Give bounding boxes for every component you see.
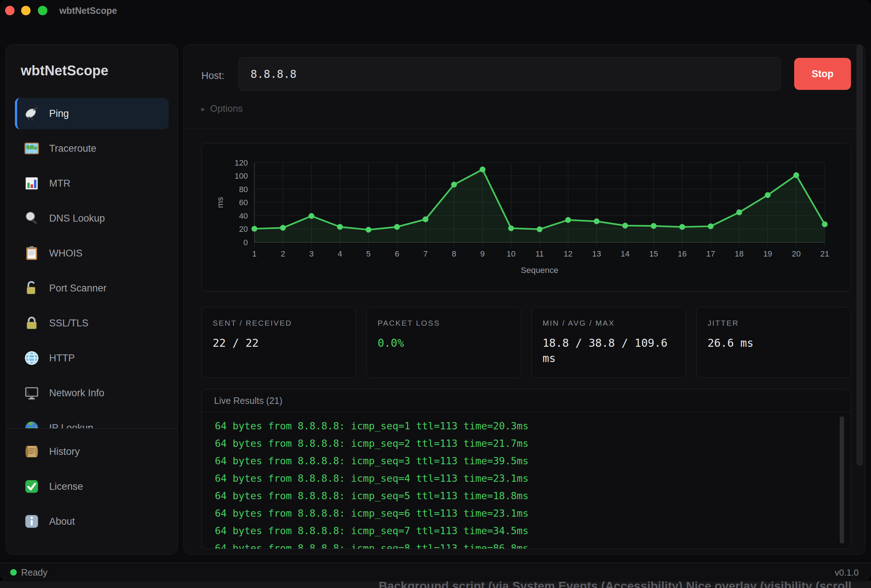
check-mark-icon — [24, 479, 40, 494]
info-icon — [24, 513, 40, 530]
svg-text:20: 20 — [239, 224, 248, 234]
status-dot-icon — [10, 569, 17, 576]
screen: Background script (via System Events (Ac… — [0, 0, 871, 588]
sidebar-item-port-scanner[interactable]: Port Scanner — [15, 273, 169, 304]
sidebar-item-label: History — [49, 446, 80, 457]
magnifier-icon — [24, 210, 40, 226]
svg-text:15: 15 — [649, 249, 658, 258]
svg-text:21: 21 — [820, 249, 829, 258]
svg-text:100: 100 — [235, 172, 248, 181]
lock-icon — [24, 315, 40, 331]
sidebar-item-label: IP Lookup — [49, 422, 93, 428]
live-results-title: Live Results (21) — [214, 395, 283, 406]
sidebar-bottom-nav: HistoryLicenseAbout — [6, 428, 177, 554]
sidebar-item-dns-lookup[interactable]: DNS Lookup — [15, 203, 169, 234]
svg-text:7: 7 — [423, 249, 428, 258]
sidebar-item-whois[interactable]: WHOIS — [15, 237, 169, 269]
svg-text:19: 19 — [763, 249, 772, 258]
minimize-button[interactable] — [21, 6, 31, 15]
ping-result-line: 64 bytes from 8.8.8.8: icmp_seq=7 ttl=11… — [215, 522, 851, 540]
svg-text:4: 4 — [338, 249, 342, 258]
background-window: Background script (via System Events (Ac… — [0, 581, 871, 588]
live-results-panel: Live Results (21) 64 bytes from 8.8.8.8:… — [201, 389, 851, 549]
sidebar-item-label: SSL/TLS — [49, 318, 88, 329]
svg-text:8: 8 — [452, 249, 456, 258]
stat-value: 0.0% — [378, 336, 510, 351]
globe-icon — [24, 350, 40, 366]
ping-result-line: 64 bytes from 8.8.8.8: icmp_seq=3 ttl=11… — [215, 452, 851, 470]
options-toggle[interactable]: ▸ Options — [201, 103, 243, 114]
svg-text:20: 20 — [792, 249, 801, 258]
sidebar-item-mtr[interactable]: MTR — [15, 168, 169, 199]
ping-result-line: 64 bytes from 8.8.8.8: icmp_seq=5 ttl=11… — [215, 487, 851, 505]
sidebar-item-history[interactable]: History — [15, 436, 169, 467]
window-scrollbar-thumb[interactable] — [856, 45, 863, 466]
stat-card-min-avg-max: MIN / AVG / MAX18.8 / 38.8 / 109.6 ms — [531, 307, 686, 378]
options-label: Options — [210, 103, 243, 114]
sidebar-item-ping[interactable]: Ping — [15, 98, 169, 129]
sidebar-item-ssl-tls[interactable]: SSL/TLS — [15, 307, 169, 339]
divider — [184, 128, 865, 129]
svg-text:14: 14 — [621, 249, 630, 258]
svg-text:12: 12 — [564, 249, 572, 258]
svg-text:2: 2 — [281, 249, 285, 258]
zoom-button[interactable] — [38, 6, 47, 15]
svg-text:13: 13 — [592, 249, 601, 258]
world-map-icon — [24, 140, 40, 157]
host-input[interactable] — [238, 57, 781, 91]
sidebar-item-ip-lookup[interactable]: IP Lookup — [15, 412, 169, 428]
satellite-dish-icon — [24, 106, 40, 121]
sidebar-item-license[interactable]: License — [15, 471, 169, 502]
sidebar-item-label: Port Scanner — [49, 283, 107, 294]
svg-text:80: 80 — [239, 185, 248, 194]
sidebar-item-label: DNS Lookup — [49, 213, 105, 224]
sidebar-item-about[interactable]: About — [15, 506, 169, 537]
sidebar-item-traceroute[interactable]: Traceroute — [15, 133, 169, 164]
ping-result-line: 64 bytes from 8.8.8.8: icmp_seq=1 ttl=11… — [215, 417, 851, 435]
stat-card-jitter: JITTER26.6 ms — [696, 307, 851, 378]
stat-card-packet-loss: PACKET LOSS0.0% — [366, 307, 521, 378]
sidebar-item-label: Network Info — [49, 388, 105, 399]
svg-text:ms: ms — [215, 197, 224, 208]
svg-text:1: 1 — [252, 249, 257, 258]
ping-latency-chart: 1234567891011121314151617181920210204060… — [202, 143, 851, 291]
app-version: v0.1.0 — [835, 568, 859, 578]
sidebar-item-label: MTR — [49, 178, 70, 189]
svg-text:Sequence: Sequence — [521, 265, 558, 275]
live-results-header: Live Results (21) — [202, 390, 851, 412]
sidebar-nav: PingTracerouteMTRDNS LookupWHOISPort Sca… — [6, 98, 177, 428]
monitor-icon — [24, 385, 40, 401]
stat-value: 26.6 ms — [708, 336, 840, 351]
svg-text:17: 17 — [706, 249, 715, 258]
close-button[interactable] — [5, 6, 15, 15]
stats-row: SENT / RECEIVED22 / 22PACKET LOSS0.0%MIN… — [201, 307, 851, 373]
svg-text:40: 40 — [239, 211, 248, 221]
ping-result-line: 64 bytes from 8.8.8.8: icmp_seq=8 ttl=11… — [215, 540, 851, 549]
stop-button[interactable]: Stop — [794, 58, 851, 90]
svg-text:3: 3 — [309, 249, 314, 258]
clipboard-icon — [24, 245, 40, 261]
app-title: wbtNetScope — [21, 63, 109, 79]
svg-text:6: 6 — [395, 249, 399, 258]
results-scrollbar-thumb[interactable] — [840, 416, 844, 543]
svg-text:120: 120 — [235, 158, 248, 167]
stat-card-sent-received: SENT / RECEIVED22 / 22 — [201, 307, 356, 378]
scroll-icon — [24, 443, 40, 460]
stat-value: 22 / 22 — [213, 336, 345, 351]
svg-text:11: 11 — [535, 249, 544, 258]
app-window: wbtNetScope wbtNetScope PingTracerouteMT… — [0, 0, 871, 582]
stat-label: MIN / AVG / MAX — [543, 319, 675, 327]
bar-chart-icon — [24, 175, 40, 191]
ping-result-line: 64 bytes from 8.8.8.8: icmp_seq=2 ttl=11… — [215, 435, 851, 452]
svg-text:18: 18 — [735, 249, 744, 258]
sidebar-item-network-info[interactable]: Network Info — [15, 377, 169, 409]
live-results-list: 64 bytes from 8.8.8.8: icmp_seq=1 ttl=11… — [202, 412, 851, 549]
svg-text:9: 9 — [480, 249, 485, 258]
sidebar-item-label: Ping — [49, 108, 69, 119]
stat-label: JITTER — [708, 319, 840, 327]
status-text: Ready — [21, 567, 47, 578]
main-panel: Host: Stop ▸ Options 1234567891011121314… — [184, 45, 865, 555]
background-window-text: Background script (via System Events (Ac… — [379, 581, 852, 588]
sidebar-item-label: HTTP — [49, 352, 75, 364]
sidebar-item-http[interactable]: HTTP — [15, 342, 169, 374]
